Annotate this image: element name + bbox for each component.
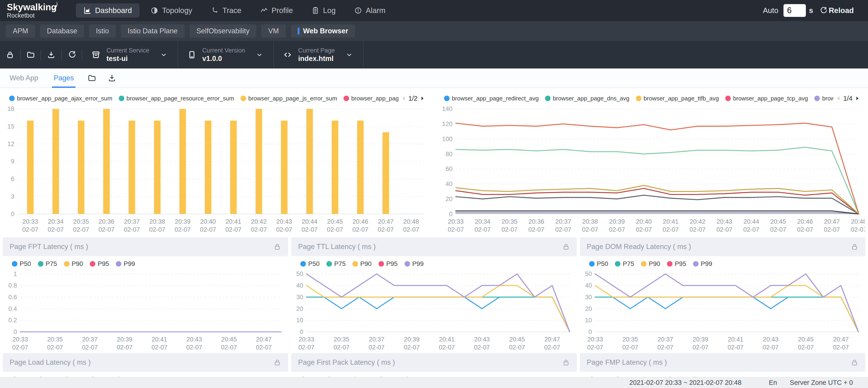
percentile-legend-item[interactable]: P50 — [589, 260, 608, 267]
lock-button[interactable] — [0, 41, 20, 68]
caret-right-icon[interactable] — [420, 95, 425, 101]
legend-items: browser_app_page_redirect_avgbrowser_app… — [444, 95, 833, 102]
percentile-legend-item[interactable]: P90 — [64, 260, 83, 267]
current-service-selector[interactable]: Current Service test-ui — [82, 41, 178, 68]
time-range[interactable]: 2021-02-07 20:33 ~ 2021-02-07 20:48 — [629, 379, 741, 386]
menu-item-trace[interactable]: Trace — [203, 3, 249, 18]
lock-icon[interactable] — [273, 243, 281, 251]
svg-text:02-07: 02-07 — [175, 226, 190, 233]
svg-text:60: 60 — [446, 165, 453, 172]
svg-text:02-07: 02-07 — [403, 226, 419, 233]
percentile-legend-item[interactable]: P90 — [352, 260, 372, 267]
svg-text:02-07: 02-07 — [73, 226, 89, 233]
svg-text:20:33: 20:33 — [448, 218, 464, 225]
skywalking-app: Skywalking Rocketbot Dashboard Topology … — [0, 0, 868, 388]
menu-item-topology[interactable]: Topology — [143, 3, 200, 18]
legend-item[interactable]: browser_app_page_tcp_avg — [725, 95, 808, 102]
legend-item[interactable]: browser_app_page_dns_avg — [545, 95, 629, 102]
import-template-button[interactable] — [21, 41, 41, 68]
lock-icon[interactable] — [850, 359, 859, 366]
tab-web-app[interactable]: Web App — [8, 68, 40, 88]
tab-label: SelfObservability — [196, 27, 250, 35]
percentile-legend-item[interactable]: P75 — [327, 260, 346, 267]
percentile-legend-item[interactable]: P90 — [641, 260, 660, 267]
percentile-legend-item[interactable]: P99 — [405, 260, 424, 267]
svg-text:6: 6 — [11, 175, 14, 182]
lock-icon[interactable] — [850, 243, 859, 251]
reload-icon — [819, 6, 827, 14]
svg-text:50: 50 — [296, 271, 303, 277]
current-page-selector[interactable]: Current Page index.html — [274, 41, 363, 68]
auto-interval-input[interactable] — [783, 4, 806, 17]
tab-pages[interactable]: Pages — [52, 68, 75, 88]
lock-icon[interactable] — [273, 359, 281, 366]
folder-icon[interactable] — [88, 74, 96, 83]
legend-item[interactable]: browser_app_page_ajax_error_sum — [9, 95, 113, 102]
menu-item-profile[interactable]: Profile — [252, 3, 301, 18]
reload-button[interactable]: Reload — [819, 6, 854, 15]
percentile-legend-item[interactable]: P75 — [615, 260, 634, 267]
legend-dot — [9, 96, 14, 101]
refresh-button[interactable] — [62, 41, 82, 68]
menu-item-log[interactable]: Log — [304, 3, 343, 18]
legend-item[interactable]: browser_app_page_js_error_sum — [241, 95, 337, 102]
svg-text:20:41: 20:41 — [728, 336, 743, 343]
percentile-legend-item[interactable]: P50 — [12, 260, 31, 267]
download-icon[interactable] — [107, 74, 116, 83]
tab-vm[interactable]: VM — [261, 25, 286, 38]
lock-icon[interactable] — [562, 359, 570, 366]
percentile-legend: P50P75P90P95P99 — [291, 258, 577, 269]
caret-left-icon[interactable] — [401, 95, 407, 101]
tab-web-browser[interactable]: Web Browser — [291, 25, 355, 38]
legend-item[interactable]: browser_app_ — [814, 95, 833, 102]
tab-istio[interactable]: Istio — [89, 25, 116, 38]
svg-text:20:46: 20:46 — [352, 218, 368, 225]
svg-text:20:43: 20:43 — [186, 336, 202, 343]
toolbar-divider — [363, 41, 364, 68]
svg-text:20:41: 20:41 — [439, 336, 455, 343]
legend-item[interactable]: browser_app_page_ttfb_avg — [636, 95, 719, 102]
page-timing-avg-line-chart: 02040608010012014020:3302-0720:3402-0720… — [438, 106, 865, 234]
svg-text:02-07: 02-07 — [200, 226, 216, 233]
percentile-legend-item[interactable]: P95 — [378, 260, 398, 267]
current-version-selector[interactable]: Current Version v1.0.0 — [178, 41, 274, 68]
svg-text:02-07: 02-07 — [770, 226, 786, 233]
percentile-legend-item[interactable]: P50 — [300, 260, 319, 267]
tab-label: APM — [13, 27, 28, 35]
svg-text:02-07: 02-07 — [528, 226, 544, 233]
lock-icon[interactable] — [562, 243, 570, 251]
percentile-legend-item[interactable]: P75 — [38, 260, 57, 267]
svg-text:02-07: 02-07 — [474, 344, 490, 351]
svg-text:02-07: 02-07 — [663, 226, 679, 233]
tab-apm[interactable]: APM — [6, 25, 35, 38]
svg-text:02-07: 02-07 — [151, 344, 167, 351]
legend-dot — [344, 96, 349, 101]
tab-istio-data-plane[interactable]: Istio Data Plane — [121, 25, 185, 38]
percentile-legend-item[interactable]: P95 — [667, 260, 686, 267]
svg-text:02-07: 02-07 — [256, 344, 272, 351]
legend-item[interactable]: browser_app_page_resource_error_sum — [119, 95, 234, 102]
percentile-legend-item[interactable]: P95 — [90, 260, 109, 267]
export-template-button[interactable] — [41, 41, 61, 68]
selector-value: v1.0.0 — [203, 54, 245, 63]
active-tab-indicator — [298, 28, 300, 34]
legend-label: P50 — [20, 260, 31, 267]
percentile-legend-item[interactable]: P99 — [116, 260, 135, 267]
server-zone[interactable]: Server Zone UTC + 0 — [790, 379, 853, 386]
language-switch[interactable]: En — [769, 379, 777, 386]
percentile-legend-item[interactable]: P99 — [693, 260, 712, 267]
svg-text:20:41: 20:41 — [226, 218, 242, 225]
legend-item[interactable]: browser_app_page_unknow — [344, 95, 398, 102]
caret-right-icon[interactable] — [854, 95, 860, 101]
svg-text:02-07: 02-07 — [299, 344, 314, 351]
menu-item-alarm[interactable]: Alarm — [346, 3, 393, 18]
tab-database[interactable]: Database — [40, 25, 84, 38]
svg-text:20:46: 20:46 — [797, 218, 813, 225]
tab-selfobservability[interactable]: SelfObservability — [190, 25, 256, 38]
caret-left-icon[interactable] — [836, 95, 841, 101]
svg-text:02-07: 02-07 — [727, 344, 744, 351]
legend-item[interactable]: browser_app_page_redirect_avg — [444, 95, 538, 102]
menu-label: Trace — [222, 6, 242, 15]
brand-logo: Skywalking Rocketbot — [7, 2, 66, 19]
menu-item-dashboard[interactable]: Dashboard — [76, 3, 140, 18]
